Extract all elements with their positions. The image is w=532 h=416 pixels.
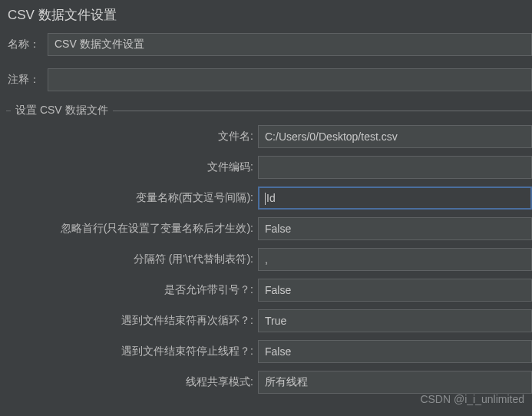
comment-label: 注释： <box>8 73 48 87</box>
group-body: 文件名:文件编码:变量名称(西文逗号间隔):Id忽略首行(只在设置了变量名称后才… <box>0 122 532 394</box>
setting-label: 文件名: <box>8 130 258 144</box>
setting-input[interactable] <box>258 279 532 302</box>
comment-row: 注释： <box>8 68 532 91</box>
setting-input[interactable] <box>258 309 532 332</box>
setting-row: 分隔符 (用'\t'代替制表符): <box>8 248 532 271</box>
setting-label: 文件编码: <box>8 160 258 174</box>
setting-input[interactable] <box>258 340 532 363</box>
divider-right <box>113 111 532 111</box>
setting-input[interactable] <box>258 156 532 179</box>
setting-input[interactable] <box>258 125 532 148</box>
setting-row: 文件编码: <box>8 156 532 179</box>
name-row: 名称： <box>8 33 532 56</box>
setting-row: 线程共享模式: <box>8 371 532 394</box>
group-legend: 设置 CSV 数据文件 <box>14 104 110 117</box>
setting-label: 遇到文件结束符再次循环？: <box>8 314 258 328</box>
setting-label: 忽略首行(只在设置了变量名称后才生效): <box>8 222 258 236</box>
setting-row: 遇到文件结束符再次循环？: <box>8 309 532 332</box>
name-label: 名称： <box>8 38 48 51</box>
setting-row: 遇到文件结束符停止线程？: <box>8 340 532 363</box>
group-header: 设置 CSV 数据文件 <box>0 104 532 117</box>
text-cursor <box>265 193 266 205</box>
setting-label: 分隔符 (用'\t'代替制表符): <box>8 253 258 266</box>
top-fields: 名称： 注释： <box>0 33 532 91</box>
setting-row: 文件名: <box>8 125 532 148</box>
setting-input[interactable]: Id <box>258 187 532 210</box>
setting-row: 忽略首行(只在设置了变量名称后才生效): <box>8 217 532 240</box>
setting-input[interactable] <box>258 371 532 394</box>
setting-input[interactable] <box>258 217 532 240</box>
comment-input[interactable] <box>48 68 532 91</box>
setting-label: 是否允许带引号？: <box>8 283 258 297</box>
setting-input[interactable] <box>258 248 532 271</box>
divider-left <box>6 111 11 111</box>
name-input[interactable] <box>48 33 532 56</box>
setting-value-text: Id <box>266 192 276 204</box>
watermark: CSDN @i_i_unlimited <box>420 393 524 405</box>
setting-label: 线程共享模式: <box>8 375 258 389</box>
setting-label: 变量名称(西文逗号间隔): <box>8 191 258 205</box>
setting-label: 遇到文件结束符停止线程？: <box>8 345 258 358</box>
page-title: CSV 数据文件设置 <box>0 0 532 33</box>
setting-row: 是否允许带引号？: <box>8 279 532 302</box>
setting-row: 变量名称(西文逗号间隔):Id <box>8 187 532 210</box>
settings-group: 设置 CSV 数据文件 文件名:文件编码:变量名称(西文逗号间隔):Id忽略首行… <box>0 104 532 394</box>
